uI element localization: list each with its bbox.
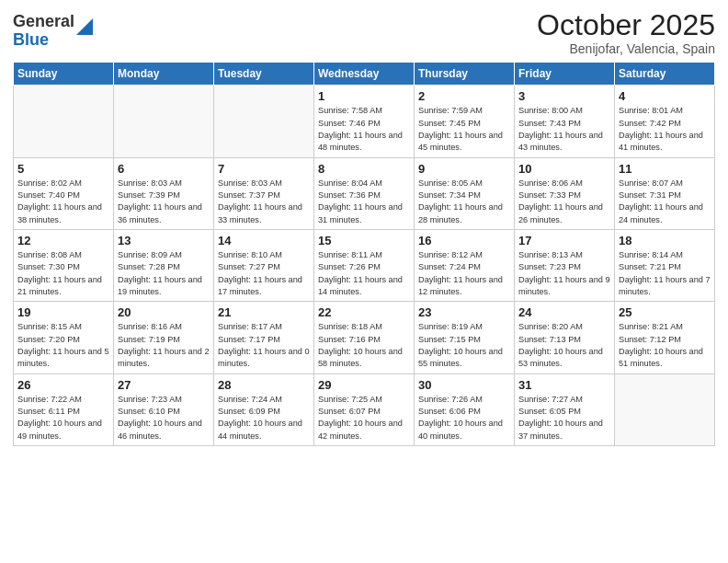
day-info: Sunrise: 8:11 AM Sunset: 7:26 PM Dayligh… (318, 249, 410, 298)
col-monday: Monday (114, 63, 214, 86)
day-number: 3 (518, 89, 610, 103)
day-info: Sunrise: 7:58 AM Sunset: 7:46 PM Dayligh… (318, 105, 410, 154)
col-saturday: Saturday (615, 63, 715, 86)
logo-text: General Blue (13, 13, 93, 50)
calendar-cell: 1Sunrise: 7:58 AM Sunset: 7:46 PM Daylig… (314, 86, 415, 157)
day-info: Sunrise: 7:59 AM Sunset: 7:45 PM Dayligh… (418, 105, 510, 154)
day-info: Sunrise: 7:23 AM Sunset: 6:10 PM Dayligh… (118, 394, 210, 442)
col-sunday: Sunday (14, 63, 114, 86)
location-subtitle: Benijofar, Valencia, Spain (537, 41, 715, 56)
logo: General Blue (13, 13, 93, 50)
calendar-cell: 30Sunrise: 7:26 AM Sunset: 6:06 PM Dayli… (415, 373, 515, 445)
day-number: 31 (518, 378, 610, 392)
calendar-cell: 18Sunrise: 8:14 AM Sunset: 7:21 PM Dayli… (615, 229, 715, 301)
day-number: 6 (118, 162, 210, 176)
calendar-week-row: 26Sunrise: 7:22 AM Sunset: 6:11 PM Dayli… (14, 373, 715, 445)
calendar-cell: 17Sunrise: 8:13 AM Sunset: 7:23 PM Dayli… (515, 229, 615, 301)
day-number: 28 (218, 378, 310, 392)
calendar-header-row: Sunday Monday Tuesday Wednesday Thursday… (14, 63, 715, 86)
day-info: Sunrise: 8:05 AM Sunset: 7:34 PM Dayligh… (418, 178, 510, 226)
title-block: October 2025 Benijofar, Valencia, Spain (537, 9, 715, 56)
calendar-cell: 3Sunrise: 8:00 AM Sunset: 7:43 PM Daylig… (515, 86, 615, 157)
day-info: Sunrise: 8:03 AM Sunset: 7:39 PM Dayligh… (118, 178, 210, 226)
col-friday: Friday (515, 63, 615, 86)
calendar-week-row: 5Sunrise: 8:02 AM Sunset: 7:40 PM Daylig… (14, 157, 715, 229)
calendar-cell (615, 373, 715, 445)
day-info: Sunrise: 8:16 AM Sunset: 7:19 PM Dayligh… (118, 321, 210, 370)
calendar-week-row: 1Sunrise: 7:58 AM Sunset: 7:46 PM Daylig… (14, 86, 715, 157)
logo-arrow-icon (76, 18, 93, 35)
day-info: Sunrise: 8:15 AM Sunset: 7:20 PM Dayligh… (17, 321, 109, 370)
calendar-cell: 21Sunrise: 8:17 AM Sunset: 7:17 PM Dayli… (214, 302, 314, 373)
day-info: Sunrise: 8:02 AM Sunset: 7:40 PM Dayligh… (17, 178, 109, 226)
day-info: Sunrise: 8:00 AM Sunset: 7:43 PM Dayligh… (518, 105, 610, 154)
calendar-cell: 15Sunrise: 8:11 AM Sunset: 7:26 PM Dayli… (314, 229, 415, 301)
calendar-cell: 16Sunrise: 8:12 AM Sunset: 7:24 PM Dayli… (415, 229, 515, 301)
day-info: Sunrise: 8:06 AM Sunset: 7:33 PM Dayligh… (518, 178, 610, 226)
day-number: 17 (518, 234, 610, 247)
calendar-table: Sunday Monday Tuesday Wednesday Thursday… (13, 62, 715, 446)
calendar-cell (214, 86, 314, 157)
day-info: Sunrise: 7:25 AM Sunset: 6:07 PM Dayligh… (318, 394, 410, 442)
page-container: General Blue October 2025 Benijofar, Val… (0, 0, 728, 455)
calendar-week-row: 12Sunrise: 8:08 AM Sunset: 7:30 PM Dayli… (14, 229, 715, 301)
day-info: Sunrise: 8:19 AM Sunset: 7:15 PM Dayligh… (418, 321, 510, 370)
day-number: 19 (17, 305, 109, 319)
calendar-cell: 29Sunrise: 7:25 AM Sunset: 6:07 PM Dayli… (314, 373, 415, 445)
logo-blue: Blue (13, 30, 49, 49)
day-number: 7 (218, 162, 310, 176)
day-info: Sunrise: 8:14 AM Sunset: 7:21 PM Dayligh… (619, 249, 711, 298)
day-number: 22 (318, 305, 410, 319)
month-title: October 2025 (537, 9, 715, 41)
day-number: 30 (418, 378, 510, 392)
calendar-cell: 13Sunrise: 8:09 AM Sunset: 7:28 PM Dayli… (114, 229, 214, 301)
calendar-cell: 11Sunrise: 8:07 AM Sunset: 7:31 PM Dayli… (615, 157, 715, 229)
day-number: 12 (17, 234, 109, 247)
day-info: Sunrise: 7:27 AM Sunset: 6:05 PM Dayligh… (518, 394, 610, 442)
col-thursday: Thursday (415, 63, 515, 86)
day-info: Sunrise: 8:08 AM Sunset: 7:30 PM Dayligh… (17, 249, 109, 298)
day-number: 8 (318, 162, 410, 176)
day-info: Sunrise: 8:10 AM Sunset: 7:27 PM Dayligh… (218, 249, 310, 298)
day-number: 10 (518, 162, 610, 176)
calendar-cell: 8Sunrise: 8:04 AM Sunset: 7:36 PM Daylig… (314, 157, 415, 229)
day-info: Sunrise: 7:24 AM Sunset: 6:09 PM Dayligh… (218, 394, 310, 442)
day-info: Sunrise: 8:04 AM Sunset: 7:36 PM Dayligh… (318, 178, 410, 226)
day-number: 2 (418, 89, 510, 103)
calendar-cell: 7Sunrise: 8:03 AM Sunset: 7:37 PM Daylig… (214, 157, 314, 229)
calendar-cell: 12Sunrise: 8:08 AM Sunset: 7:30 PM Dayli… (14, 229, 114, 301)
day-number: 14 (218, 234, 310, 247)
calendar-cell: 31Sunrise: 7:27 AM Sunset: 6:05 PM Dayli… (515, 373, 615, 445)
day-number: 25 (619, 305, 711, 319)
day-number: 11 (619, 162, 711, 176)
day-number: 16 (418, 234, 510, 247)
calendar-cell: 9Sunrise: 8:05 AM Sunset: 7:34 PM Daylig… (415, 157, 515, 229)
calendar-cell: 4Sunrise: 8:01 AM Sunset: 7:42 PM Daylig… (615, 86, 715, 157)
calendar-cell: 27Sunrise: 7:23 AM Sunset: 6:10 PM Dayli… (114, 373, 214, 445)
day-info: Sunrise: 7:26 AM Sunset: 6:06 PM Dayligh… (418, 394, 510, 442)
day-number: 26 (17, 378, 109, 392)
day-number: 15 (318, 234, 410, 247)
col-tuesday: Tuesday (214, 63, 314, 86)
day-number: 4 (619, 89, 711, 103)
day-info: Sunrise: 8:09 AM Sunset: 7:28 PM Dayligh… (118, 249, 210, 298)
day-info: Sunrise: 8:03 AM Sunset: 7:37 PM Dayligh… (218, 178, 310, 226)
day-number: 1 (318, 89, 410, 103)
col-wednesday: Wednesday (314, 63, 415, 86)
calendar-cell: 20Sunrise: 8:16 AM Sunset: 7:19 PM Dayli… (114, 302, 214, 373)
day-number: 24 (518, 305, 610, 319)
day-number: 18 (619, 234, 711, 247)
calendar-cell: 23Sunrise: 8:19 AM Sunset: 7:15 PM Dayli… (415, 302, 515, 373)
calendar-cell: 5Sunrise: 8:02 AM Sunset: 7:40 PM Daylig… (14, 157, 114, 229)
day-number: 20 (118, 305, 210, 319)
day-info: Sunrise: 8:13 AM Sunset: 7:23 PM Dayligh… (518, 249, 610, 298)
calendar-cell: 6Sunrise: 8:03 AM Sunset: 7:39 PM Daylig… (114, 157, 214, 229)
calendar-cell: 2Sunrise: 7:59 AM Sunset: 7:45 PM Daylig… (415, 86, 515, 157)
calendar-cell: 22Sunrise: 8:18 AM Sunset: 7:16 PM Dayli… (314, 302, 415, 373)
calendar-cell: 28Sunrise: 7:24 AM Sunset: 6:09 PM Dayli… (214, 373, 314, 445)
svg-marker-0 (76, 18, 93, 35)
day-number: 29 (318, 378, 410, 392)
day-info: Sunrise: 8:12 AM Sunset: 7:24 PM Dayligh… (418, 249, 510, 298)
day-number: 23 (418, 305, 510, 319)
day-info: Sunrise: 8:18 AM Sunset: 7:16 PM Dayligh… (318, 321, 410, 370)
